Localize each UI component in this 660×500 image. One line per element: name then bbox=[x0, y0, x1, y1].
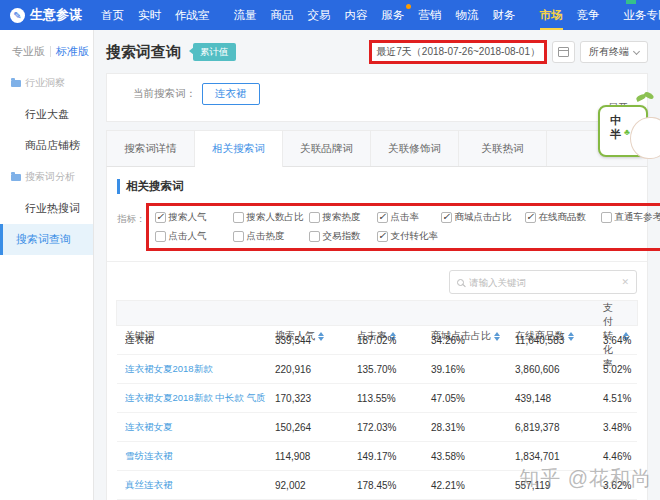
online-items-cell: 439,148 bbox=[515, 393, 603, 404]
checkbox-trade-index[interactable]: 交易指数 bbox=[309, 230, 375, 243]
sidebar: 专业版 标准版 行业洞察 行业大盘 商品店铺榜 搜索词分析 行业热搜词 搜索词查… bbox=[0, 30, 94, 500]
checkbox-mall-click-ratio[interactable]: 商城点击占比 bbox=[441, 211, 523, 224]
checkbox-searcher-ratio[interactable]: 搜索人数占比 bbox=[233, 211, 307, 224]
terminal-select[interactable]: 所有终端 bbox=[580, 41, 648, 63]
checkbox-label: 搜索热度 bbox=[323, 211, 361, 224]
sidebar-group-search-analysis: 搜索词分析 bbox=[9, 161, 93, 193]
search-popularity-cell: 170,323 bbox=[275, 393, 357, 404]
mall-click-ratio-cell: 34.26% bbox=[431, 335, 515, 346]
nav-item-goods[interactable]: 商品 bbox=[264, 0, 301, 30]
keyword-cell[interactable]: 真丝连衣裙 bbox=[125, 479, 275, 492]
checkbox-label: 点击人气 bbox=[169, 230, 207, 243]
checkbox-label: 搜索人数占比 bbox=[247, 211, 304, 224]
mall-click-ratio-cell: 42.21% bbox=[431, 480, 515, 491]
sidebar-group-label: 搜索词分析 bbox=[25, 170, 75, 184]
cumulative-badge: 累计值 bbox=[193, 43, 236, 61]
table-row: 连衣裙女夏 150,264 172.03% 28.31% 6,819,378 3… bbox=[117, 413, 637, 442]
leaf-icon bbox=[643, 91, 654, 100]
mall-click-ratio-cell: 43.58% bbox=[431, 451, 515, 462]
nav-item-traffic[interactable]: 流量 bbox=[227, 0, 264, 30]
sidebar-item-hot-search-words[interactable]: 行业热搜词 bbox=[9, 193, 93, 224]
online-items-cell: 11,640,583 bbox=[515, 335, 603, 346]
table-header: 关键词 搜索人气 点击率 商城点击占比 在线商品数 支付转化率 bbox=[116, 300, 638, 326]
current-keyword-tag[interactable]: 连衣裙 bbox=[202, 83, 260, 105]
checkbox-search-popularity[interactable]: 搜索人气 bbox=[155, 211, 231, 224]
checkbox-click-heat[interactable]: 点击热度 bbox=[233, 230, 307, 243]
brand-name: 生意参谋 bbox=[30, 6, 82, 24]
brand-logo-icon: ✎ bbox=[10, 8, 25, 23]
keyword-cell[interactable]: 连衣裙 bbox=[125, 334, 275, 347]
tab-search-word-detail[interactable]: 搜索词详情 bbox=[107, 131, 195, 166]
search-popularity-cell: 150,264 bbox=[275, 422, 357, 433]
checkbox-icon bbox=[155, 231, 166, 242]
brand[interactable]: ✎ 生意参谋 bbox=[10, 6, 82, 24]
checkbox-online-items[interactable]: 在线商品数 bbox=[525, 211, 599, 224]
tab-related-hot-words[interactable]: 关联热词 bbox=[459, 131, 547, 166]
nav-item-market[interactable]: 市场 bbox=[533, 0, 570, 30]
nav-item-content[interactable]: 内容 bbox=[338, 0, 375, 30]
nav-item-competition[interactable]: 竞争 bbox=[570, 0, 607, 30]
checkbox-icon bbox=[309, 231, 320, 242]
clover-icon: ♣ bbox=[624, 127, 630, 137]
calendar-button[interactable] bbox=[552, 41, 575, 63]
keyword-search-input[interactable] bbox=[469, 277, 616, 288]
checkbox-ztc-ref-price[interactable]: 直通车参考价 bbox=[601, 211, 660, 224]
online-items-cell: 1,834,701 bbox=[515, 451, 603, 462]
keyword-cell[interactable]: 连衣裙女夏 bbox=[125, 421, 275, 434]
top-navbar: ✎ 生意参谋 首页 实时 作战室 流量 商品 交易 内容 服务 营销 物流 财务… bbox=[0, 0, 660, 30]
folder-icon bbox=[11, 174, 21, 181]
nav-item-marketing[interactable]: 营销 bbox=[412, 0, 449, 30]
sidebar-group-label: 行业洞察 bbox=[25, 76, 65, 90]
checkbox-label: 点击率 bbox=[391, 211, 420, 224]
nav-item-biz-zone[interactable]: 业务专区 bbox=[617, 0, 660, 30]
checkbox-label: 点击热度 bbox=[247, 230, 285, 243]
nav-item-service[interactable]: 服务 bbox=[375, 0, 412, 30]
checkbox-search-heat[interactable]: 搜索热度 bbox=[309, 211, 375, 224]
keyword-search-box[interactable]: ✕ bbox=[449, 270, 637, 294]
checkbox-label: 支付转化率 bbox=[391, 230, 439, 243]
tab-related-brand-words[interactable]: 关联品牌词 bbox=[283, 131, 371, 166]
keyword-cell[interactable]: 雪纺连衣裙 bbox=[125, 450, 275, 463]
mascot-widget[interactable]: 中 半 ♣ bbox=[596, 93, 660, 161]
click-rate-cell: 113.55% bbox=[357, 393, 431, 404]
page-title: 搜索词查询 bbox=[106, 43, 181, 62]
main-content: 搜索词查询 累计值 最近7天（2018-07-26~2018-08-01） 所有… bbox=[94, 30, 660, 500]
tab-related-modifier-words[interactable]: 关联修饰词 bbox=[371, 131, 459, 166]
sidebar-tab-divider bbox=[50, 46, 51, 57]
nav-item-trade[interactable]: 交易 bbox=[301, 0, 338, 30]
checkbox-click-popularity[interactable]: 点击人气 bbox=[155, 230, 231, 243]
checkbox-icon bbox=[441, 212, 452, 223]
section-title: 相关搜索词 bbox=[117, 179, 637, 194]
nav-item-home[interactable]: 首页 bbox=[94, 0, 131, 30]
sidebar-tab-pro[interactable]: 专业版 bbox=[12, 44, 45, 59]
checkbox-pay-conversion[interactable]: 支付转化率 bbox=[377, 230, 439, 243]
tab-related-search-words[interactable]: 相关搜索词 bbox=[195, 131, 283, 167]
clear-icon[interactable]: ✕ bbox=[621, 277, 629, 287]
click-rate-cell: 187.02% bbox=[357, 335, 431, 346]
checkbox-label: 直通车参考价 bbox=[615, 211, 660, 224]
table-row: 连衣裙女夏2018新款 220,916 135.70% 39.16% 3,860… bbox=[117, 355, 637, 384]
metrics-label: 指标： bbox=[117, 203, 146, 226]
sidebar-item-shop-ranking[interactable]: 商品店铺榜 bbox=[9, 130, 93, 161]
date-range[interactable]: 最近7天（2018-07-26~2018-08-01） bbox=[369, 40, 547, 64]
search-icon bbox=[457, 279, 464, 286]
sidebar-item-search-word-query[interactable]: 搜索词查询 bbox=[0, 224, 93, 255]
checkbox-click-rate[interactable]: 点击率 bbox=[377, 211, 439, 224]
sidebar-tab-standard[interactable]: 标准版 bbox=[56, 44, 89, 59]
pay-conversion-cell: 5.02% bbox=[603, 364, 631, 375]
checkbox-icon bbox=[309, 212, 320, 223]
sidebar-item-industry-board[interactable]: 行业大盘 bbox=[9, 99, 93, 130]
nav-item-logistics[interactable]: 物流 bbox=[449, 0, 486, 30]
pay-conversion-cell: 4.46% bbox=[603, 451, 631, 462]
checkbox-label: 搜索人气 bbox=[169, 211, 207, 224]
nav-item-warroom[interactable]: 作战室 bbox=[168, 0, 217, 30]
mascot-text: 中 bbox=[610, 113, 621, 128]
checkbox-icon bbox=[525, 212, 536, 223]
pay-conversion-cell: 4.51% bbox=[603, 393, 631, 404]
keyword-cell[interactable]: 连衣裙女夏2018新款 bbox=[125, 363, 275, 376]
online-items-cell: 3,860,606 bbox=[515, 364, 603, 375]
keyword-cell[interactable]: 连衣裙女夏2018新款 中长款 气质 bbox=[125, 392, 275, 405]
nav-item-realtime[interactable]: 实时 bbox=[131, 0, 168, 30]
nav-item-finance[interactable]: 财务 bbox=[486, 0, 523, 30]
search-popularity-cell: 220,916 bbox=[275, 364, 357, 375]
